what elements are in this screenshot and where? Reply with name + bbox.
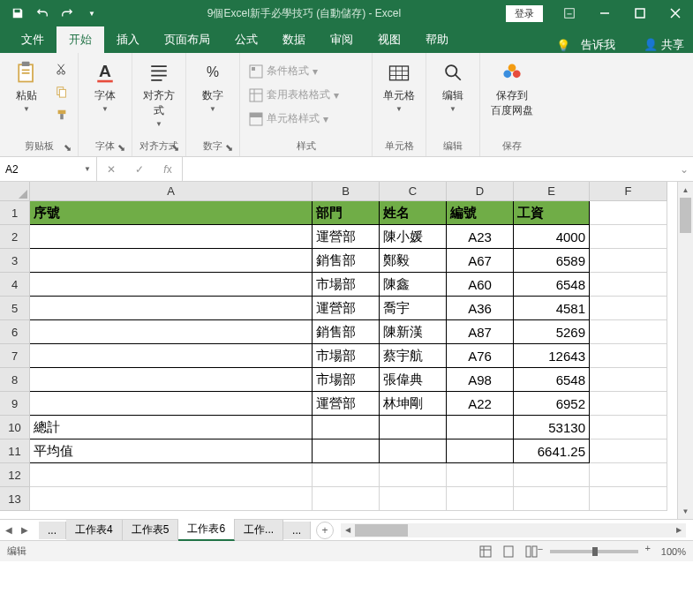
row-header-5[interactable]: 5 [0,297,30,320]
cell[interactable]: 序號 [30,201,313,225]
formula-input[interactable] [183,157,675,181]
align-button[interactable]: 对齐方式 ▼ [138,56,180,131]
cell[interactable]: A87 [447,320,514,344]
cell[interactable] [30,463,313,487]
sheet-tab-ellipsis[interactable]: ... [39,522,66,539]
cell[interactable]: 5269 [514,320,590,344]
expand-formula-icon[interactable]: ⌄ [675,157,693,181]
col-header-D[interactable]: D [447,182,514,201]
paste-button[interactable]: 粘贴 ▼ [5,56,48,116]
cell[interactable]: 6952 [514,392,590,416]
add-sheet-icon[interactable]: + [316,522,334,539]
tab-formula[interactable]: 公式 [222,26,270,53]
cell[interactable]: 陳小媛 [380,225,447,249]
cell[interactable] [590,225,667,249]
sheet-tab-more[interactable]: ... [283,522,311,539]
cell[interactable]: 6641.25 [514,439,590,463]
row-header-1[interactable]: 1 [0,201,30,225]
cell[interactable] [30,225,313,249]
cell[interactable]: 市場部 [313,273,380,297]
number-button[interactable]: % 数字 ▼ [192,56,234,116]
cell[interactable]: 工資 [514,201,590,225]
cell[interactable]: 銷售部 [313,249,380,273]
cell[interactable]: 運營部 [313,392,380,416]
redo-icon[interactable] [56,3,78,24]
row-header-4[interactable]: 4 [0,273,30,297]
cell[interactable]: 喬宇 [380,297,447,320]
cell[interactable]: 運營部 [313,225,380,249]
cell[interactable] [590,273,667,297]
save-icon[interactable] [7,3,28,24]
cell[interactable]: A67 [447,249,514,273]
cell[interactable] [313,439,380,463]
table-format-button[interactable]: 套用表格格式 ▾ [245,86,343,104]
zoom-slider[interactable] [550,550,638,553]
cell[interactable]: 平均值 [30,439,313,463]
cell[interactable]: 鄭毅 [380,249,447,273]
undo-icon[interactable] [32,3,53,24]
cell[interactable] [514,463,590,487]
row-header-9[interactable]: 9 [0,392,30,416]
vertical-scrollbar[interactable]: ▲ ▼ [677,182,693,519]
cancel-icon[interactable]: ✕ [97,163,125,176]
col-header-A[interactable]: A [30,182,313,201]
cell[interactable]: 銷售部 [313,320,380,344]
row-header-11[interactable]: 11 [0,439,30,463]
cell[interactable] [590,392,667,416]
cell[interactable] [590,416,667,439]
tab-help[interactable]: 帮助 [413,26,461,53]
cell[interactable] [380,416,447,439]
sheet-tab-7[interactable]: 工作... [235,520,283,540]
enter-icon[interactable]: ✓ [125,163,154,176]
cell[interactable]: 53130 [514,416,590,439]
share-button[interactable]: 👤 共享 [644,37,684,53]
cell[interactable] [313,487,380,511]
sheet-tab-6[interactable]: 工作表6 [178,519,235,541]
tab-home[interactable]: 开始 [56,26,104,53]
minimize-icon[interactable] [587,0,622,26]
font-button[interactable]: A 字体 ▼ [84,56,126,116]
row-header-12[interactable]: 12 [0,463,30,487]
horizontal-scrollbar[interactable]: ◀ ▶ [341,523,686,537]
maximize-icon[interactable] [622,0,658,26]
sheet-nav-prev-icon[interactable]: ◀ [5,525,18,535]
col-header-C[interactable]: C [380,182,447,201]
cell[interactable] [590,463,667,487]
scroll-down-icon[interactable]: ▼ [678,503,693,519]
editing-button[interactable]: 编辑 ▼ [432,56,474,116]
tab-view[interactable]: 视图 [365,26,413,53]
select-all-button[interactable] [0,182,30,201]
cell[interactable] [447,487,514,511]
cell[interactable] [30,487,313,511]
row-header-2[interactable]: 2 [0,225,30,249]
ribbon-options-icon[interactable] [552,0,587,26]
cell[interactable] [447,439,514,463]
cell[interactable]: 總計 [30,416,313,439]
cell[interactable] [380,487,447,511]
cell[interactable]: A60 [447,273,514,297]
cell[interactable]: 部門 [313,201,380,225]
tab-data[interactable]: 数据 [270,26,318,53]
cell[interactable]: 12643 [514,344,590,368]
dialog-launcher-icon[interactable]: ⬊ [62,142,72,153]
close-icon[interactable] [658,0,693,26]
cell[interactable] [30,392,313,416]
cell[interactable] [447,416,514,439]
cell[interactable] [380,439,447,463]
cell[interactable] [313,463,380,487]
cell[interactable] [590,297,667,320]
normal-view-icon[interactable] [476,544,495,560]
zoom-thumb[interactable] [592,547,598,556]
copy-icon[interactable] [53,83,71,101]
cell[interactable]: A22 [447,392,514,416]
format-painter-icon[interactable] [53,106,71,124]
cell[interactable]: 市場部 [313,344,380,368]
qat-customize-icon[interactable]: ▼ [81,3,102,24]
fx-icon[interactable]: fx [154,163,182,176]
cell[interactable]: 編號 [447,201,514,225]
sheet-tab-4[interactable]: 工作表4 [66,520,123,540]
save-baidu-button[interactable]: 保存到 百度网盘 [486,56,539,122]
cell-styles-button[interactable]: 单元格样式 ▾ [245,109,332,128]
scrollbar-thumb[interactable] [680,198,691,233]
row-header-7[interactable]: 7 [0,344,30,368]
